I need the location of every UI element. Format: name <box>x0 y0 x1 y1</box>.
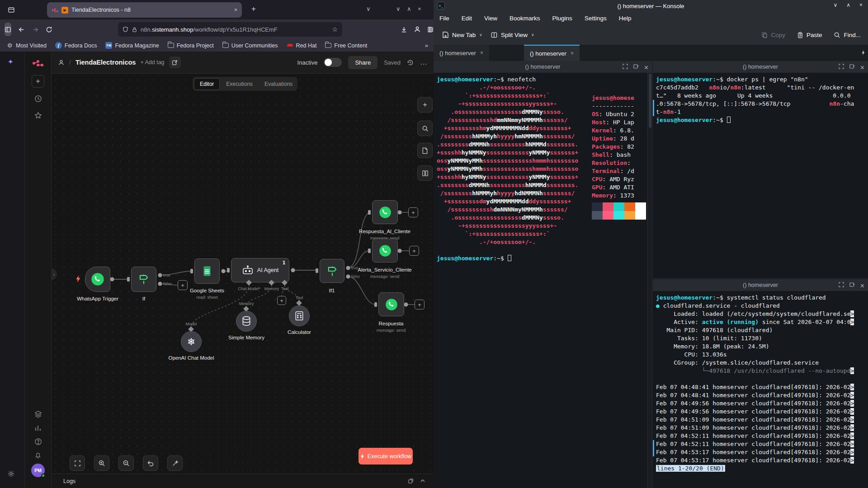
pane-split-icon[interactable] <box>849 282 855 290</box>
bookmark-fedora-project[interactable]: Fedora Project <box>168 42 214 49</box>
tab-evaluations[interactable]: Evaluations <box>259 79 298 89</box>
menu-plugins[interactable]: Plugins <box>552 15 572 22</box>
pane-maximize-icon[interactable] <box>839 282 844 290</box>
node-ai-agent[interactable]: 1 AI Agent <box>231 258 289 282</box>
menu-bookmarks[interactable]: Bookmarks <box>509 15 540 22</box>
bookmark-red-hat[interactable]: Red Hat <box>287 42 317 49</box>
menu-edit[interactable]: Edit <box>462 15 472 22</box>
node-calculator[interactable] <box>289 305 310 326</box>
ai-chat-sparkle-icon[interactable]: ✦ <box>8 58 14 66</box>
add-tag-button[interactable]: + Add tag <box>140 59 164 66</box>
new-tab-button[interactable]: New Tab∨ <box>442 31 482 38</box>
logs-panel-bar[interactable]: Logs <box>52 474 434 488</box>
tab-close-icon[interactable]: × <box>571 50 574 56</box>
bookmark-free-content[interactable]: Free Content <box>325 42 367 49</box>
history-icon[interactable] <box>407 59 414 66</box>
tracking-shield-icon[interactable] <box>123 26 128 33</box>
window-maximize-icon[interactable]: ∧ <box>846 2 850 8</box>
tab-executions[interactable]: Executions <box>221 79 258 89</box>
add-node-button[interactable]: + <box>415 300 425 310</box>
edit-workflow-icon[interactable] <box>169 56 181 68</box>
add-node-button[interactable]: + <box>409 246 419 256</box>
add-node-button[interactable]: + <box>408 207 418 217</box>
downloads-icon[interactable] <box>401 26 407 33</box>
menu-settings[interactable]: Settings <box>585 15 607 22</box>
zoom-in-icon[interactable] <box>94 455 109 471</box>
account-icon[interactable] <box>414 26 421 33</box>
sidebar-toggle-icon[interactable] <box>5 23 11 36</box>
terminal-pane-docker[interactable]: () homeserver × jesus@homeserver:~$ dock… <box>653 61 868 279</box>
node-if[interactable] <box>131 267 156 292</box>
executions-clock-icon[interactable] <box>32 92 44 105</box>
copy-button[interactable]: Copy <box>761 32 785 38</box>
reload-icon[interactable] <box>46 26 52 33</box>
pane-split-icon[interactable] <box>633 64 639 72</box>
starred-icon[interactable] <box>32 109 44 122</box>
scrollbar[interactable] <box>647 73 652 488</box>
tidy-wand-icon[interactable] <box>167 455 183 471</box>
menu-help[interactable]: Help <box>619 15 632 22</box>
pane-split-icon[interactable] <box>849 64 855 72</box>
execute-workflow-button[interactable]: Execute workflow <box>359 448 413 465</box>
browser-tab[interactable]: ▶ TiendaElectronicos - n8 × <box>47 2 242 18</box>
lock-icon[interactable] <box>132 27 137 33</box>
pane-close-icon[interactable]: × <box>860 64 864 72</box>
bookmark-user-communities[interactable]: User Communities <box>222 42 278 49</box>
find-button[interactable]: Find... <box>834 32 861 38</box>
bookmark-most-visited[interactable]: ⚙Most Visited <box>6 42 47 49</box>
tab-overflow-icon[interactable]: ∨ <box>366 5 371 12</box>
tabbar-bolt-icon[interactable] <box>861 49 865 56</box>
extensions-icon[interactable] <box>427 26 434 33</box>
window-close-icon[interactable]: × <box>859 2 863 8</box>
node-google-sheets[interactable] <box>194 258 220 284</box>
share-button[interactable]: Share <box>348 56 377 69</box>
canvas-layout-icon[interactable] <box>417 165 433 181</box>
pane-maximize-icon[interactable] <box>623 64 628 72</box>
konsole-titlebar[interactable]: >_ () homeserver — Konsole ∨ ∧ × <box>434 0 868 12</box>
n8n-logo[interactable] <box>32 57 44 70</box>
window-close-icon[interactable]: × <box>418 5 421 12</box>
insights-chart-icon[interactable] <box>32 422 44 434</box>
tab-close-icon[interactable]: × <box>480 50 483 56</box>
terminal-tab-1[interactable]: () homeserver× <box>434 45 489 61</box>
undo-icon[interactable] <box>143 455 158 471</box>
split-view-button[interactable]: Split View∨ <box>491 32 534 38</box>
pane-close-icon[interactable]: × <box>860 282 864 290</box>
workflow-title[interactable]: TiendaElectronicos <box>75 59 136 66</box>
window-minimize-icon[interactable]: ∨ <box>396 5 401 12</box>
canvas-search-icon[interactable] <box>417 121 433 136</box>
pane-maximize-icon[interactable] <box>839 64 844 72</box>
settings-gear-icon[interactable] <box>7 470 15 478</box>
terminal-tab-2[interactable]: () homeserver× <box>524 45 580 61</box>
canvas-notes-icon[interactable] <box>417 143 433 158</box>
menu-view[interactable]: View <box>484 15 497 22</box>
firefox-view-icon[interactable] <box>5 4 18 16</box>
fit-view-icon[interactable] <box>70 455 85 471</box>
node-respuesta-al-cliente[interactable] <box>372 200 398 224</box>
node-whatsapp-trigger[interactable] <box>85 267 110 292</box>
active-toggle[interactable] <box>324 58 342 67</box>
templates-stack-icon[interactable] <box>32 408 44 420</box>
zoom-add-node-button[interactable]: + <box>417 97 433 113</box>
user-avatar[interactable]: PM <box>31 464 45 477</box>
tab-editor[interactable]: Editor <box>194 78 220 90</box>
back-icon[interactable] <box>18 26 25 33</box>
node-if1[interactable] <box>320 259 344 283</box>
node-openai-chat-model[interactable] <box>181 331 202 352</box>
pane-close-icon[interactable]: × <box>644 64 648 72</box>
new-tab-button[interactable]: + <box>251 5 256 14</box>
bookmark-star-icon[interactable]: ☆ <box>332 26 338 33</box>
bookmark-fedora-docs[interactable]: fFedora Docs <box>55 42 97 49</box>
node-simple-memory[interactable] <box>236 311 257 332</box>
node-alerta-servicio-cliente[interactable] <box>372 239 398 263</box>
logs-expand-icon[interactable] <box>420 478 425 484</box>
notifications-bell-icon[interactable] <box>32 449 44 461</box>
window-maximize-icon[interactable]: ∧ <box>407 5 411 12</box>
help-icon[interactable] <box>32 435 44 448</box>
bookmark-fedora-magazine[interactable]: FMFedora Magazine <box>105 42 159 49</box>
workflow-canvas[interactable]: WhatsApp Trigger If true false + Google … <box>52 52 434 474</box>
bookmarks-overflow-icon[interactable]: » <box>425 42 428 49</box>
terminal-pane-cloudflared[interactable]: () homeserver × jesus@homeserver:~$ syst… <box>653 279 868 488</box>
forward-icon[interactable] <box>32 26 39 33</box>
zoom-out-icon[interactable] <box>118 455 134 471</box>
